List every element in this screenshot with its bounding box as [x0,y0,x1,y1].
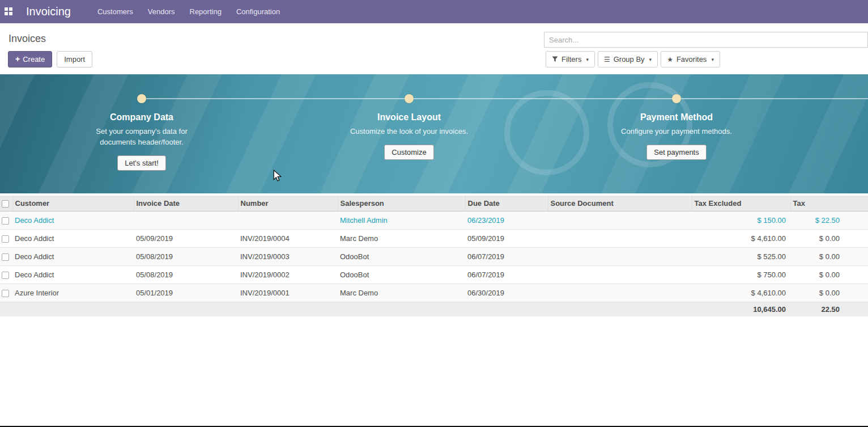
customize-button[interactable]: Customize [384,145,433,160]
cell-due-date: 06/07/2019 [465,248,548,266]
cell-customer: Deco Addict [12,212,134,230]
app-name[interactable]: Invoicing [26,5,71,18]
column-header-tax-excluded[interactable]: Tax Excluded [692,196,790,212]
create-button-label: Create [23,54,45,64]
cell-customer: Deco Addict [12,230,134,248]
cell-due-date: 06/23/2019 [465,212,548,230]
cell-tax: $ 22.50 [790,212,868,230]
column-header-number[interactable]: Number [238,196,338,212]
cell-due-date: 06/30/2019 [465,284,548,302]
control-panel: Invoices + Create Import Filters ▾ ☰ Gro… [0,23,868,74]
cell-source-document [548,230,692,248]
import-button-label: Import [64,55,85,64]
onboarding-banner: Company Data Set your company's data for… [0,74,868,193]
step-description: Set your company's data for documents he… [82,126,201,148]
favorites-button-label: Favorites [676,55,707,64]
cell-salesperson: Mitchell Admin [338,212,465,230]
cell-number [238,212,338,230]
grid-square [5,7,8,11]
table-header-row: Customer Invoice Date Number Salesperson… [0,196,868,212]
cell-tax: $ 0.00 [790,230,868,248]
cell-checkbox [0,284,12,302]
cell-tax: $ 0.00 [790,266,868,284]
step-dot [405,94,414,103]
cell-invoice-date: 05/08/2019 [134,248,238,266]
column-header-tax[interactable]: Tax [790,196,868,212]
select-all-checkbox[interactable] [2,200,9,208]
cell-tax-excluded: $ 750.00 [692,266,790,284]
cell-tax-excluded: $ 525.00 [692,248,790,266]
nav-item-customers[interactable]: Customers [90,0,141,23]
total-tax-excluded: 10,645.00 [692,302,790,316]
cell-due-date: 05/09/2019 [465,230,548,248]
cell-checkbox [0,212,12,230]
grid-square [9,7,12,11]
cell-number: INV/2019/0003 [238,248,338,266]
cell-tax-excluded: $ 4,610.00 [692,284,790,302]
cell-checkbox [0,230,12,248]
step-title: Payment Method [592,112,761,122]
apps-menu-icon[interactable] [5,7,13,16]
column-header-invoice-date[interactable]: Invoice Date [134,196,238,212]
cell-due-date: 06/07/2019 [465,266,548,284]
invoice-row[interactable]: Deco Addict 05/09/2019 INV/2019/0004 Mar… [0,230,868,248]
step-title: Invoice Layout [324,112,494,122]
row-checkbox[interactable] [2,253,9,261]
onboarding-step-payment-method: Payment Method Configure your payment me… [592,94,761,160]
total-tax: 22.50 [790,302,868,316]
row-checkbox[interactable] [2,217,9,225]
table-footer-row: 10,645.00 22.50 [0,302,868,316]
step-title: Company Data [57,112,227,122]
cell-salesperson: Marc Demo [338,284,465,302]
invoice-row[interactable]: Deco Addict 05/08/2019 INV/2019/0003 Odo… [0,248,868,266]
row-checkbox[interactable] [2,290,9,297]
banner-decoration [504,90,589,175]
group-by-button[interactable]: ☰ Group By ▾ [598,51,658,67]
cell-customer: Deco Addict [12,248,134,266]
top-navbar: Invoicing Customers Vendors Reporting Co… [0,0,868,23]
cell-source-document [548,248,692,266]
cell-number: INV/2019/0004 [238,230,338,248]
search-filter-buttons: Filters ▾ ☰ Group By ▾ ★ Favorites ▾ [546,51,720,67]
cell-tax-excluded: $ 150.00 [692,212,790,230]
column-header-customer[interactable]: Customer [12,196,134,212]
invoices-table: Customer Invoice Date Number Salesperson… [0,196,868,316]
invoice-row[interactable]: Deco Addict Mitchell Admin 06/23/2019 $ … [0,212,868,230]
nav-item-reporting[interactable]: Reporting [182,0,229,23]
page-title: Invoices [8,33,46,45]
column-header-due-date[interactable]: Due Date [465,196,548,212]
favorites-button[interactable]: ★ Favorites ▾ [661,51,720,67]
cell-checkbox [0,248,12,266]
cell-source-document [548,266,692,284]
cell-source-document [548,284,692,302]
star-icon: ★ [667,56,673,63]
cell-salesperson: Marc Demo [338,230,465,248]
cell-number: INV/2019/0001 [238,284,338,302]
step-description: Customize the look of your invoices. [350,126,469,137]
cell-salesperson: OdooBot [338,248,465,266]
filters-button[interactable]: Filters ▾ [546,51,595,67]
grid-square [5,12,8,15]
cell-checkbox [0,266,12,284]
filter-funnel-icon [552,56,558,62]
row-checkbox[interactable] [2,272,9,279]
nav-item-vendors[interactable]: Vendors [141,0,182,23]
filters-button-label: Filters [561,55,581,64]
step-description: Configure your payment methods. [617,126,736,137]
cell-number: INV/2019/0002 [238,266,338,284]
create-button[interactable]: + Create [8,51,52,67]
cell-salesperson: OdooBot [338,266,465,284]
row-checkbox[interactable] [2,235,9,243]
column-header-salesperson[interactable]: Salesperson [338,196,465,212]
step-dot [137,94,146,103]
import-button[interactable]: Import [57,51,92,67]
search-input[interactable] [544,32,868,48]
invoice-row[interactable]: Azure Interior 05/01/2019 INV/2019/0001 … [0,284,868,302]
cell-customer: Azure Interior [12,284,134,302]
cell-invoice-date: 05/09/2019 [134,230,238,248]
lets-start-button[interactable]: Let's start! [117,155,166,171]
invoice-row[interactable]: Deco Addict 05/08/2019 INV/2019/0002 Odo… [0,266,868,284]
set-payments-button[interactable]: Set payments [646,145,707,160]
nav-item-configuration[interactable]: Configuration [229,0,287,23]
column-header-source-document[interactable]: Source Document [548,196,692,212]
